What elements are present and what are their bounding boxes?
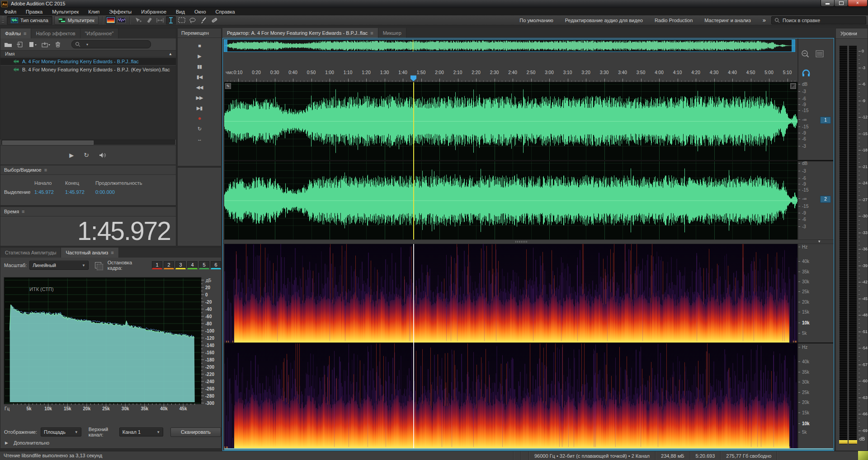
- waveform-display-toggle[interactable]: [117, 16, 127, 24]
- preview-loop-button[interactable]: ↻: [84, 151, 89, 159]
- spectrogram-channel-1[interactable]: [224, 244, 797, 343]
- menu-item-6[interactable]: Вид: [176, 9, 185, 14]
- time-selection-tool[interactable]: [166, 16, 176, 24]
- collapse-scale-icon[interactable]: ▾: [818, 239, 821, 244]
- splitter-grip[interactable]: [515, 241, 527, 243]
- close-button[interactable]: ×: [848, 0, 868, 7]
- spot-healing-brush-tool[interactable]: [209, 16, 219, 24]
- record-button[interactable]: ●: [198, 115, 201, 122]
- selection-start-value[interactable]: 1:45.972: [34, 189, 54, 195]
- workspace-overflow-button[interactable]: »: [763, 17, 766, 23]
- workspace-mastering-analysis[interactable]: Мастеринг и анализ: [704, 18, 750, 23]
- time-display[interactable]: 1:45.972: [0, 218, 170, 244]
- selection-panel-header[interactable]: Выбор/Видимое≡: [0, 165, 176, 175]
- menu-item-1[interactable]: Правка: [26, 9, 42, 14]
- new-content-icon[interactable]: [28, 42, 38, 47]
- move-tool[interactable]: [133, 16, 143, 24]
- rewind-button[interactable]: ◀◀: [196, 84, 203, 90]
- minimize-button[interactable]: [821, 0, 835, 7]
- tab-amplitude-statistics[interactable]: Статистика Амплитуды: [0, 248, 61, 258]
- frame-hold-button-6[interactable]: 6: [211, 261, 221, 269]
- waveform-channel-1[interactable]: [224, 82, 797, 160]
- auto-play-speaker-icon[interactable]: [99, 152, 107, 158]
- scrollbar-thumb[interactable]: [2, 141, 94, 145]
- preview-play-button[interactable]: ▶: [69, 152, 74, 159]
- import-file-icon[interactable]: [16, 42, 24, 47]
- scan-button[interactable]: Сканировать: [170, 427, 221, 437]
- selection-end-value[interactable]: 1:45.972: [65, 189, 85, 195]
- paintbrush-selection-tool[interactable]: [198, 16, 208, 24]
- marquee-selection-tool[interactable]: [177, 16, 187, 24]
- menu-item-2[interactable]: Мультитрек: [52, 9, 79, 14]
- panel-menu-icon[interactable]: ≡: [111, 250, 113, 255]
- frame-hold-button-1[interactable]: 1: [152, 261, 162, 269]
- menu-item-8[interactable]: Справка: [216, 9, 235, 14]
- overview-waveform[interactable]: [224, 40, 795, 52]
- workspace-radio-production[interactable]: Radio Production: [655, 18, 693, 23]
- transport-panel-header[interactable]: Перемещен: [178, 28, 221, 38]
- workspace-audio-for-video[interactable]: Редактирование аудио для видео: [565, 18, 643, 23]
- tab-frequency-analysis[interactable]: Частотный анализ≡: [61, 248, 118, 258]
- multitrack-view-button[interactable]: Мультитрек: [54, 16, 99, 25]
- files-search-input[interactable]: ▾: [71, 40, 151, 48]
- spectrogram-channel-2[interactable]: [224, 343, 797, 448]
- files-name-column-header[interactable]: Имя ▲: [0, 50, 176, 57]
- levels-panel-header[interactable]: Уровни: [836, 28, 868, 39]
- time-panel-header[interactable]: Время≡: [0, 207, 176, 216]
- lasso-selection-tool[interactable]: [188, 16, 198, 24]
- open-file-icon[interactable]: [4, 42, 12, 47]
- top-channel-select[interactable]: Канал 1▼: [119, 427, 163, 437]
- waveform-view-button[interactable]: Тип сигнала: [7, 16, 52, 25]
- channel-badge[interactable]: 2: [820, 196, 831, 203]
- delete-icon[interactable]: [55, 42, 61, 47]
- skip-to-start-button[interactable]: ▮◀: [197, 74, 203, 80]
- time-stretch-tool[interactable]: [155, 16, 165, 24]
- panel-menu-icon[interactable]: ≡: [44, 167, 47, 173]
- panel-menu-icon[interactable]: ≡: [370, 30, 373, 36]
- frame-hold-button-4[interactable]: 4: [187, 261, 198, 269]
- timeline-ruler[interactable]: чмс0:100:200:300:400:501:001:101:201:301…: [224, 69, 797, 82]
- tab-editor[interactable]: Редактор: A. 4 For Money Featuring Kerry…: [222, 28, 378, 38]
- resize-corner[interactable]: [858, 451, 868, 460]
- spectral-display-toggle[interactable]: [106, 16, 116, 24]
- help-search-input[interactable]: Поиск в справке: [771, 16, 866, 24]
- menu-item-0[interactable]: Файл: [4, 9, 16, 14]
- menu-item-4[interactable]: Эффекты: [109, 9, 132, 14]
- panel-menu-icon[interactable]: ≡: [24, 31, 26, 36]
- overview-right-handle[interactable]: [792, 40, 795, 52]
- search-options-dropdown[interactable]: ▾: [86, 42, 88, 47]
- tab-favorites[interactable]: "Избранное": [80, 28, 119, 38]
- frame-hold-button-5[interactable]: 5: [199, 261, 209, 269]
- pause-button[interactable]: ▮▮: [197, 63, 202, 70]
- loop-button[interactable]: ↻: [198, 126, 201, 132]
- play-button[interactable]: ▶: [198, 53, 201, 59]
- restore-button[interactable]: [834, 0, 848, 7]
- tab-mixer[interactable]: Микшер: [378, 28, 406, 38]
- fast-forward-button[interactable]: ▶▶: [196, 94, 203, 101]
- frame-hold-button-2[interactable]: 2: [164, 261, 174, 269]
- stop-button[interactable]: ■: [198, 42, 201, 49]
- advanced-expander-icon[interactable]: ▶: [5, 441, 8, 445]
- display-select[interactable]: Площадь▼: [41, 427, 81, 437]
- selection-duration-value[interactable]: 0:00.000: [95, 189, 115, 195]
- menu-item-3[interactable]: Клип: [88, 9, 99, 14]
- insert-into-multitrack-icon[interactable]: [42, 42, 51, 47]
- skip-to-end-button[interactable]: ▶▮: [197, 105, 203, 111]
- overview-left-handle[interactable]: [224, 40, 227, 52]
- sort-ascending-icon[interactable]: ▲: [169, 51, 172, 57]
- frame-hold-button-3[interactable]: 3: [175, 261, 186, 269]
- tab-files[interactable]: Файлы≡: [0, 28, 31, 38]
- spectral-scrollbar[interactable]: [224, 448, 833, 451]
- slip-tool[interactable]: [144, 16, 154, 24]
- edit-overlay-icon[interactable]: ✎: [225, 83, 231, 89]
- scale-select[interactable]: Линейный▼: [29, 261, 89, 270]
- waveform-channel-2[interactable]: [224, 161, 797, 239]
- waveform-spectral-splitter[interactable]: [223, 239, 834, 244]
- menu-item-7[interactable]: Окно: [194, 9, 206, 14]
- copy-graph-icon[interactable]: [95, 262, 101, 268]
- file-row[interactable]: A. 4 For Money Featuring Kerry Edwards -…: [0, 57, 176, 66]
- files-horizontal-scrollbar[interactable]: [1, 140, 175, 145]
- panel-menu-icon[interactable]: ≡: [22, 209, 24, 214]
- menu-item-5[interactable]: Избранное: [141, 9, 166, 14]
- workspace-default[interactable]: По умолчанию: [519, 18, 553, 23]
